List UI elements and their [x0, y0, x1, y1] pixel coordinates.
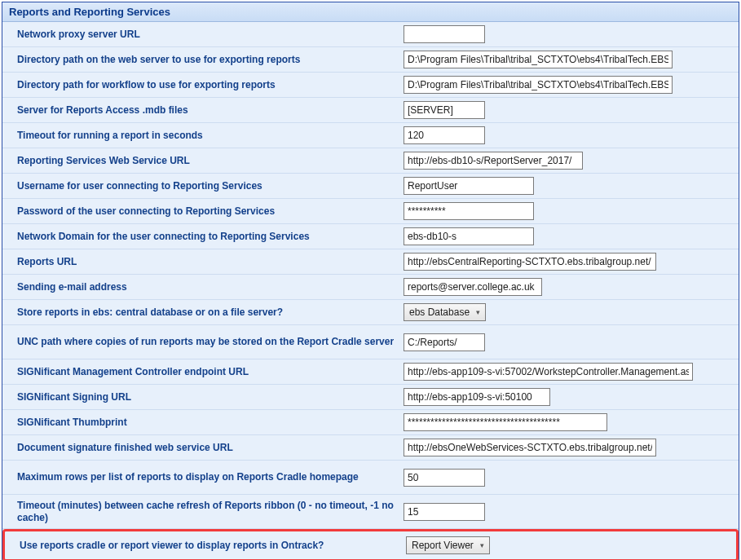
input-reports-url[interactable] — [404, 253, 656, 271]
row-timeout-report: Timeout for running a report in seconds — [2, 123, 739, 148]
input-doc-sig-url[interactable] — [404, 439, 656, 456]
row-sending-email: Sending e-mail address — [2, 275, 739, 300]
input-timeout-report[interactable] — [404, 126, 485, 144]
label-sig-thumb: SIGNificant Thumbprint — [17, 417, 404, 429]
input-rs-user[interactable] — [404, 177, 534, 195]
row-rs-url: Reporting Services Web Service URL — [2, 148, 739, 174]
panel-title: Reports and Reporting Services — [2, 2, 739, 22]
row-sig-sign: SIGNificant Signing URL — [2, 385, 739, 410]
input-sig-mgmt[interactable] — [404, 363, 693, 381]
input-unc-path[interactable] — [404, 333, 485, 351]
row-server-mdb: Server for Reports Access .mdb files — [2, 98, 739, 123]
label-dir-workflow: Directory path for workflow to use for e… — [17, 79, 404, 91]
input-sig-thumb[interactable] — [404, 413, 607, 431]
label-store-loc: Store reports in ebs: central database o… — [17, 306, 404, 319]
label-dir-web: Directory path on the web server to use … — [17, 54, 404, 66]
row-doc-sig-url: Document signature finished web service … — [2, 435, 739, 461]
select-viewer-choice-value: Report Viewer — [412, 540, 474, 551]
input-rs-domain[interactable] — [404, 227, 534, 245]
row-proxy-url: Network proxy server URL — [2, 22, 739, 47]
input-sending-email[interactable] — [404, 278, 542, 296]
reports-settings-panel: Reports and Reporting Services Network p… — [2, 2, 739, 560]
input-dir-workflow[interactable] — [404, 76, 673, 94]
label-viewer-choice: Use reports cradle or report viewer to d… — [20, 540, 406, 552]
input-proxy-url[interactable] — [404, 25, 485, 43]
row-reports-url: Reports URL — [2, 249, 739, 275]
row-rs-pass: Password of the user connecting to Repor… — [2, 199, 739, 224]
row-max-rows: Maximum rows per list of reports to disp… — [2, 461, 739, 495]
label-cache-timeout: Timeout (minutes) between cache refresh … — [17, 500, 404, 524]
input-dir-web[interactable] — [404, 51, 673, 68]
label-rs-url: Reporting Services Web Service URL — [17, 155, 404, 167]
label-server-mdb: Server for Reports Access .mdb files — [17, 104, 404, 117]
row-dir-workflow: Directory path for workflow to use for e… — [2, 73, 739, 98]
row-unc-path: UNC path where copies of run reports may… — [2, 325, 739, 359]
select-store-loc-value: ebs Database — [409, 306, 470, 318]
select-store-loc[interactable]: ebs Database ▾ — [404, 303, 486, 321]
input-rs-url[interactable] — [404, 152, 583, 170]
label-sig-sign: SIGNificant Signing URL — [17, 391, 404, 403]
chevron-down-icon: ▾ — [480, 541, 484, 549]
label-sending-email: Sending e-mail address — [17, 281, 404, 293]
select-viewer-choice[interactable]: Report Viewer ▾ — [406, 536, 490, 554]
input-max-rows[interactable] — [404, 469, 485, 487]
chevron-down-icon: ▾ — [476, 308, 480, 316]
row-rs-user: Username for user connecting to Reportin… — [2, 174, 739, 199]
row-rs-domain: Network Domain for the user connecting t… — [2, 224, 739, 249]
highlight-annotation: Use reports cradle or report viewer to d… — [2, 529, 739, 560]
input-server-mdb[interactable] — [404, 101, 485, 119]
label-rs-user: Username for user connecting to Reportin… — [17, 180, 404, 192]
label-unc-path: UNC path where copies of run reports may… — [17, 336, 404, 348]
label-doc-sig-url: Document signature finished web service … — [17, 442, 404, 454]
label-rs-domain: Network Domain for the user connecting t… — [17, 231, 404, 243]
label-sig-mgmt: SIGNificant Management Controller endpoi… — [17, 366, 404, 378]
row-viewer-choice: Use reports cradle or report viewer to d… — [5, 533, 736, 558]
row-cache-timeout: Timeout (minutes) between cache refresh … — [2, 495, 739, 529]
label-max-rows: Maximum rows per list of reports to disp… — [17, 471, 404, 483]
row-store-loc: Store reports in ebs: central database o… — [2, 300, 739, 325]
label-rs-pass: Password of the user connecting to Repor… — [17, 205, 404, 218]
label-reports-url: Reports URL — [17, 256, 404, 268]
row-sig-thumb: SIGNificant Thumbprint — [2, 410, 739, 435]
row-dir-web: Directory path on the web server to use … — [2, 47, 739, 73]
label-timeout-report: Timeout for running a report in seconds — [17, 130, 404, 142]
label-proxy-url: Network proxy server URL — [17, 29, 404, 41]
input-cache-timeout[interactable] — [404, 503, 485, 521]
row-sig-mgmt: SIGNificant Management Controller endpoi… — [2, 359, 739, 385]
input-sig-sign[interactable] — [404, 388, 550, 406]
input-rs-pass[interactable] — [404, 202, 534, 220]
